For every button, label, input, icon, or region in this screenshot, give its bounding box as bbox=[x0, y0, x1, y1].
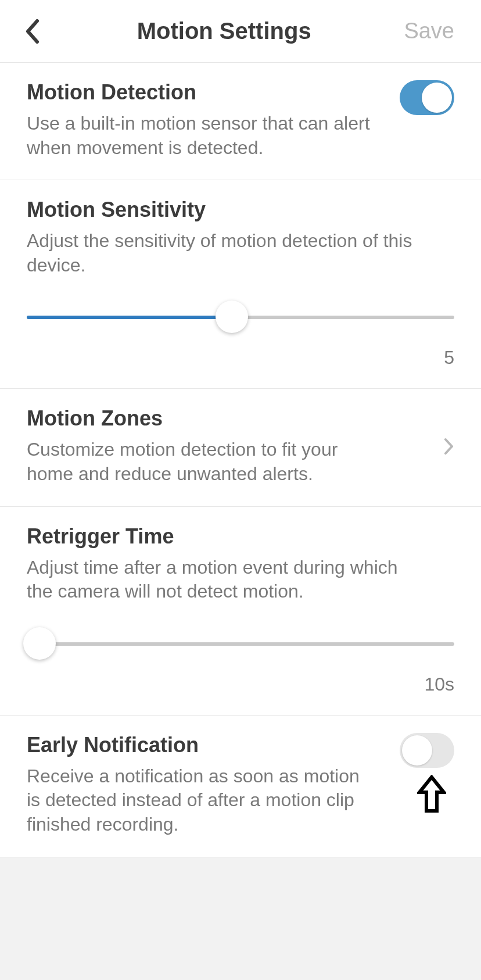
section-early-notification: Early Notification Receive a notificatio… bbox=[0, 716, 481, 857]
section-retrigger-time: Retrigger Time Adjust time after a motio… bbox=[0, 507, 481, 716]
slider-track bbox=[27, 642, 454, 646]
motion-sensitivity-title: Motion Sensitivity bbox=[27, 198, 454, 222]
retrigger-time-title: Retrigger Time bbox=[27, 524, 454, 549]
slider-track-fill bbox=[27, 316, 232, 319]
toggle-knob bbox=[422, 83, 452, 113]
save-button[interactable]: Save bbox=[404, 19, 454, 44]
toggle-knob bbox=[402, 735, 432, 766]
retrigger-time-slider[interactable] bbox=[27, 627, 454, 660]
early-notification-title: Early Notification bbox=[27, 733, 454, 757]
motion-detection-toggle[interactable] bbox=[400, 80, 454, 115]
motion-detection-title: Motion Detection bbox=[27, 80, 454, 105]
chevron-left-icon bbox=[24, 19, 41, 44]
back-button[interactable] bbox=[21, 19, 44, 44]
retrigger-time-value: 10s bbox=[27, 674, 454, 695]
page-title: Motion Settings bbox=[44, 18, 404, 44]
retrigger-time-desc: Adjust time after a motion event during … bbox=[27, 556, 422, 604]
motion-zones-title: Motion Zones bbox=[27, 406, 454, 431]
motion-sensitivity-slider[interactable] bbox=[27, 301, 454, 333]
slider-thumb[interactable] bbox=[23, 627, 56, 660]
header: Motion Settings Save bbox=[0, 0, 481, 63]
motion-zones-desc: Customize motion detection to fit your h… bbox=[27, 438, 375, 486]
motion-sensitivity-value: 5 bbox=[27, 347, 454, 369]
motion-sensitivity-desc: Adjust the sensitivity of motion detecti… bbox=[27, 229, 422, 277]
section-motion-zones[interactable]: Motion Zones Customize motion detection … bbox=[0, 389, 481, 506]
early-notification-desc: Receive a notification as soon as motion… bbox=[27, 764, 375, 837]
slider-thumb[interactable] bbox=[216, 301, 248, 333]
motion-detection-desc: Use a built-in motion sensor that can al… bbox=[27, 112, 375, 160]
section-motion-sensitivity: Motion Sensitivity Adjust the sensitivit… bbox=[0, 180, 481, 389]
early-notification-toggle[interactable] bbox=[400, 733, 454, 768]
chevron-right-icon bbox=[444, 438, 454, 457]
section-motion-detection: Motion Detection Use a built-in motion s… bbox=[0, 63, 481, 180]
arrow-up-icon bbox=[417, 775, 446, 816]
